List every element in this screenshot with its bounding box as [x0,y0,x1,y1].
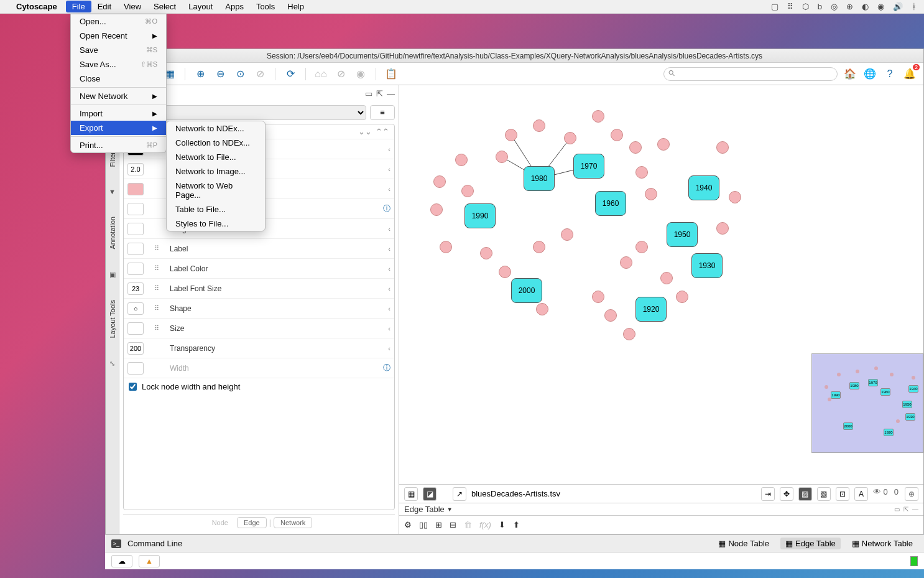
file-export[interactable]: Export▶ [71,121,166,135]
web-button[interactable]: 🌐 [862,67,877,82]
artist-node[interactable] [499,266,511,278]
artist-node[interactable] [676,291,688,303]
artist-node[interactable] [480,247,492,259]
node-1980[interactable]: 1980 [524,166,555,191]
globe-icon[interactable]: ⊕ [846,2,853,11]
clipboard-button[interactable]: 📋 [384,67,399,82]
node-table-tab[interactable]: ▦ Node Table [713,538,774,549]
artist-node[interactable] [592,291,604,303]
always-show-button[interactable]: ▨ [798,487,812,501]
cloud-icon[interactable]: ☁ [111,555,132,567]
menu-apps[interactable]: Apps [219,1,250,12]
node-2000[interactable]: 2000 [511,278,542,303]
artist-node[interactable] [635,241,648,253]
export-table-file[interactable]: Table to File... [167,202,265,217]
prop-shape[interactable]: ○⠿Shape‹ [124,299,394,319]
minimap[interactable]: 1990 1980 1970 1960 1950 1940 1930 1920 … [811,353,923,453]
search-input[interactable] [663,67,838,81]
prop-width[interactable]: Widthⓘ [124,358,394,378]
style-menu-button[interactable]: ≡ [370,105,395,120]
collapse-icon[interactable]: ⌃⌃ [376,127,389,136]
menu-select[interactable]: Select [147,1,182,12]
prop-size[interactable]: ⠿Size‹ [124,319,394,338]
node-1920[interactable]: 1920 [635,297,667,322]
artist-node[interactable] [629,141,642,154]
dropbox-icon[interactable]: ⠿ [787,2,793,11]
artist-node[interactable] [623,328,635,340]
file-open-recent[interactable]: Open Recent▶ [71,29,166,43]
export-network-image[interactable]: Network to Image... [167,164,265,179]
zoom-fit-button[interactable]: ⊙ [233,67,247,82]
file-save[interactable]: Save⌘S [71,43,166,57]
network-table-tab[interactable]: ▦ Network Table [847,538,918,549]
export-collection-ndex[interactable]: Collection to NDEx... [167,136,265,150]
trash-icon[interactable]: 🗑 [464,520,472,529]
annotation-button[interactable]: A [854,487,868,501]
artist-node[interactable] [604,309,617,322]
network-canvas[interactable]: 1990 1980 1970 1960 1950 1940 1930 1920 … [399,85,923,484]
search-field[interactable] [663,67,838,81]
cube-icon[interactable]: ⬡ [802,2,809,11]
cc-icon[interactable]: ◎ [831,2,838,11]
node-1930[interactable]: 1930 [691,253,723,278]
artist-node[interactable] [440,241,452,253]
popout-button[interactable]: ↗ [453,487,466,501]
birds-eye-button[interactable]: ⊕ [905,487,918,501]
bluetooth-icon[interactable]: ᚼ [912,2,917,11]
del-col-icon[interactable]: ⊟ [450,520,456,529]
file-print[interactable]: Print...⌘P [71,138,166,152]
node-1940[interactable]: 1940 [688,175,719,200]
prop-label-font-size[interactable]: 23⠿Label Font Size‹ [124,279,394,299]
artist-node[interactable] [611,129,623,141]
artist-node[interactable] [645,188,657,200]
artist-node[interactable] [496,151,508,163]
memory-indicator[interactable] [910,556,918,566]
export-button[interactable]: ⇥ [761,487,775,501]
show-button[interactable]: ◉ [353,67,368,82]
menu-file[interactable]: File [66,1,91,12]
expand-icon[interactable]: ⌄⌄ [358,127,372,136]
prop-label-color[interactable]: ⠿Label Color‹ [124,259,394,279]
home-button[interactable]: 🏠 [843,67,857,82]
artist-node[interactable] [716,141,729,154]
notifications-button[interactable]: 🔔2 [902,67,917,82]
artist-node[interactable] [657,138,670,151]
warning-icon[interactable]: ▲ [139,555,160,567]
reload-button[interactable]: ⟳ [283,67,298,82]
import-icon[interactable]: ⬇ [499,520,506,529]
artist-node[interactable] [561,228,573,241]
fit-button[interactable]: ✥ [780,487,793,501]
artist-node[interactable] [430,203,443,216]
export-styles-file[interactable]: Styles to File... [167,217,265,231]
artist-node[interactable] [564,132,576,144]
prop-label[interactable]: ⠿Label‹ [124,239,394,259]
table-pin-icon[interactable]: ⇱ [903,506,908,513]
menu-tools[interactable]: Tools [250,1,281,12]
pin-icon[interactable]: ⇱ [376,89,383,101]
artist-node[interactable] [716,222,729,235]
artist-node[interactable] [505,129,517,141]
artist-node[interactable] [433,175,446,188]
artist-node[interactable] [729,191,741,203]
columns-icon[interactable]: ▯▯ [419,520,428,529]
export-network-web[interactable]: Network to Web Page... [167,179,265,202]
terminal-icon[interactable]: >_ [111,539,121,548]
tab-network[interactable]: Network [274,517,312,528]
neighborhood-button[interactable]: ⌂⌂ [313,67,328,82]
node-1960[interactable]: 1960 [595,191,626,216]
zoom-selected-button[interactable]: ⊘ [252,67,267,82]
node-1970[interactable]: 1970 [573,154,604,179]
lock-aspect-row[interactable]: Lock node width and height [124,378,394,395]
artist-node[interactable] [620,256,632,269]
artist-node[interactable] [455,154,468,166]
add-col-icon[interactable]: ⊞ [435,520,442,529]
function-icon[interactable]: f(x) [479,520,491,529]
node-1990[interactable]: 1990 [464,203,496,228]
prop-transparency[interactable]: 200Transparency‹ [124,338,394,358]
menu-layout[interactable]: Layout [182,1,219,12]
node-1950[interactable]: 1950 [667,222,698,247]
file-open[interactable]: Open...⌘O [71,14,166,29]
file-import[interactable]: Import▶ [71,106,166,121]
artist-node[interactable] [660,272,673,284]
settings-icon[interactable]: ⚙ [404,520,412,529]
